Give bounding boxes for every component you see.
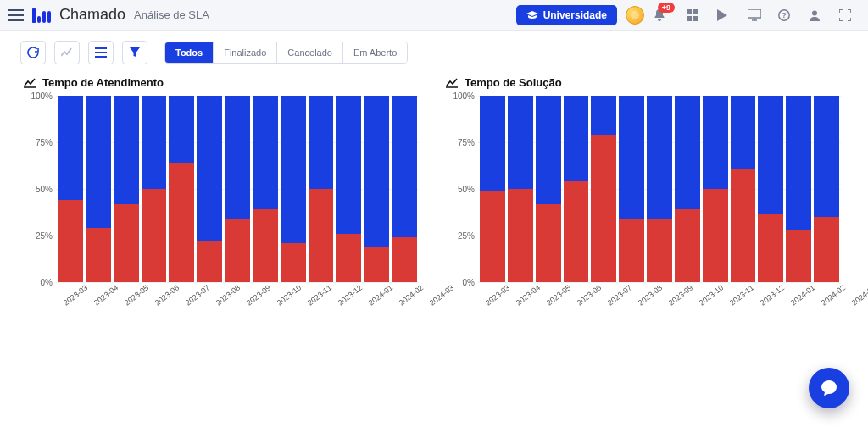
bar-segment-red [281,243,306,282]
bar-column[interactable] [814,96,839,282]
y-tick-label: 75% [446,138,475,147]
chart-title-label: Tempo de Atendimento [42,76,164,89]
chart-title-label: Tempo de Solução [465,76,562,89]
page-subtitle: Análise de SLA [134,8,209,21]
y-tick-label: 50% [446,185,475,194]
refresh-button[interactable] [20,41,46,64]
svg-rect-2 [687,16,692,21]
tab-cancelado[interactable]: Cancelado [277,42,343,63]
bar-segment-red [142,189,167,282]
bar-column[interactable] [253,96,278,282]
bar-group [56,96,419,282]
bar-segment-red [731,169,756,282]
bar-column[interactable] [169,96,194,282]
chat-fab-button[interactable] [809,368,849,408]
app-header: Chamado Análise de SLA Universidade +9 ? [0,0,868,30]
bar-column[interactable] [86,96,111,282]
bar-segment-blue [703,96,728,189]
bar-segment-red [169,163,194,282]
bar-segment-blue [814,96,839,217]
page-title: Chamado [59,6,125,24]
bar-column[interactable] [508,96,533,282]
y-tick-label: 75% [24,138,53,147]
y-tick-label: 0% [446,278,475,287]
bar-column[interactable] [675,96,700,282]
tab-todos[interactable]: Todos [165,42,214,63]
notifications-button[interactable]: +9 [653,8,666,22]
chart-tempo-solucao: Tempo de Solução 0%25%50%75%100%2023-032… [446,76,844,316]
bar-column[interactable] [392,96,417,282]
bar-column[interactable] [58,96,83,282]
svg-rect-3 [693,16,698,21]
bar-segment-blue [309,96,334,189]
bar-segment-red [564,181,589,282]
bar-column[interactable] [758,96,783,282]
graduation-cap-icon [526,11,538,19]
bar-column[interactable] [591,96,616,282]
bar-segment-blue [647,96,672,219]
bar-column[interactable] [536,96,561,282]
bar-segment-red [591,135,616,282]
list-view-button[interactable] [88,41,114,64]
bar-segment-blue [619,96,644,219]
bar-segment-blue [225,96,250,219]
bar-column[interactable] [336,96,361,282]
toolbar: Todos Finalizado Cancelado Em Aberto [0,30,868,69]
bar-segment-red [392,237,417,282]
status-tabs: Todos Finalizado Cancelado Em Aberto [164,42,408,64]
chart-frame-left[interactable]: 0%25%50%75%100%2023-032023-042023-052023… [24,96,422,316]
fullscreen-icon[interactable] [839,9,854,21]
bar-column[interactable] [114,96,139,282]
svg-text:?: ? [782,11,787,19]
coin-icon[interactable] [626,6,644,25]
bar-segment-blue [564,96,589,181]
help-icon[interactable]: ? [778,9,793,21]
bar-column[interactable] [786,96,811,282]
play-icon[interactable] [717,9,732,21]
chart-frame-right[interactable]: 0%25%50%75%100%2023-032023-042023-052023… [446,96,844,316]
bar-column[interactable] [364,96,389,282]
svg-rect-4 [748,9,761,18]
chart-line-icon [24,78,36,88]
bar-segment-blue [731,96,756,169]
bar-column[interactable] [647,96,672,282]
notification-badge: +9 [658,3,675,13]
tab-finalizado[interactable]: Finalizado [214,42,277,63]
tab-em-aberto[interactable]: Em Aberto [343,42,407,63]
universidade-label: Universidade [543,9,607,21]
menu-toggle-icon[interactable] [8,9,24,21]
bar-segment-red [197,241,222,282]
bar-segment-red [253,209,278,282]
bar-segment-red [480,191,505,282]
bar-column[interactable] [480,96,505,282]
bar-column[interactable] [619,96,644,282]
bar-column[interactable] [225,96,250,282]
x-axis-labels: 2023-032023-042023-052023-062023-072023-… [478,282,841,316]
bar-segment-blue [281,96,306,243]
bar-segment-blue [536,96,561,204]
chart-line-icon [446,78,458,88]
bar-column[interactable] [281,96,306,282]
universidade-button[interactable]: Universidade [516,5,617,25]
bar-column[interactable] [309,96,334,282]
bar-column[interactable] [197,96,222,282]
apps-icon[interactable] [687,9,702,21]
bar-segment-blue [508,96,533,189]
bar-column[interactable] [703,96,728,282]
bar-segment-blue [197,96,222,241]
y-tick-label: 100% [24,92,53,101]
y-tick-label: 25% [446,231,475,241]
bar-segment-red [647,219,672,282]
user-icon[interactable] [809,9,824,21]
bar-segment-blue [253,96,278,209]
y-tick-label: 50% [24,185,53,194]
bar-segment-blue [169,96,194,163]
bar-column[interactable] [564,96,589,282]
chart-line-button[interactable] [54,41,80,64]
bar-column[interactable] [142,96,167,282]
bar-column[interactable] [731,96,756,282]
filter-button[interactable] [122,41,147,64]
monitor-icon[interactable] [748,9,763,21]
app-logo[interactable] [32,8,51,23]
y-tick-label: 25% [24,231,53,241]
